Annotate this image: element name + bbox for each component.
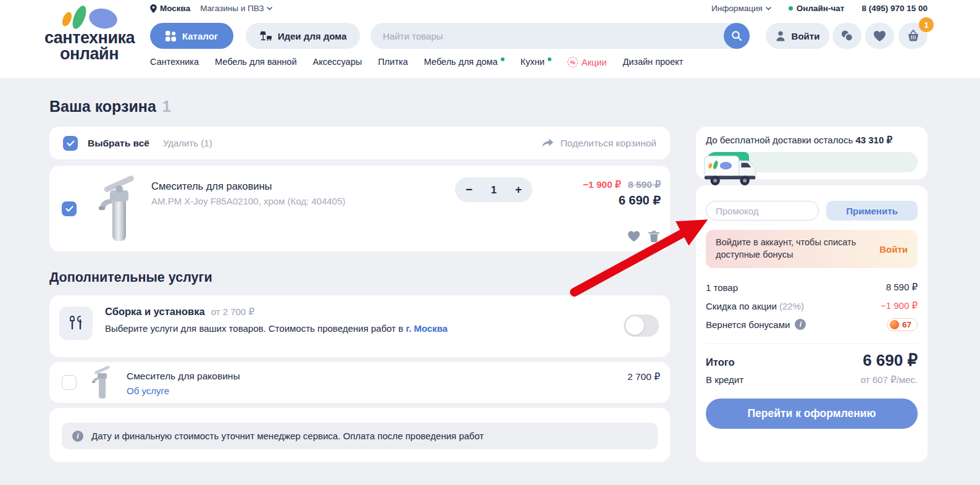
free-delivery-text: До бесплатной доставки осталось 43 310 ₽: [706, 135, 892, 146]
online-chat-link[interactable]: Онлайн-чат: [789, 4, 845, 13]
item-checkbox[interactable]: [62, 201, 77, 216]
service-item-title: Смеситель для раковины: [127, 371, 240, 382]
checkout-button[interactable]: Перейти к оформлению: [706, 399, 918, 429]
new-dot: [548, 57, 551, 61]
apply-promo-button[interactable]: Применить: [826, 201, 918, 221]
info-icon: i: [72, 431, 83, 442]
home-ideas-button[interactable]: Идеи для дома: [246, 23, 360, 49]
compare-button[interactable]: [832, 23, 861, 49]
nav-kuhni[interactable]: Кухни: [521, 57, 551, 67]
product-title[interactable]: Смеситель для раковины: [151, 180, 272, 192]
service-checkbox[interactable]: [62, 375, 77, 390]
search-button[interactable]: [724, 23, 750, 49]
nav-dizayn-proekt[interactable]: Дизайн проект: [622, 57, 683, 67]
basket-icon: [907, 30, 920, 42]
nav-mebel-doma[interactable]: Мебель для дома: [424, 57, 505, 67]
nav-santehnika[interactable]: Сантехника: [150, 57, 199, 67]
service-note-text: Дату и финальную стоимость уточнит менед…: [91, 431, 484, 441]
site-logo[interactable]: сантехника онлайн: [44, 4, 134, 62]
location-pin-icon: [150, 4, 157, 13]
qty-value: 1: [491, 184, 496, 196]
total-label: Итого: [706, 356, 735, 368]
select-all-bar: Выбрать всё Удалить (1) Поделиться корзи…: [49, 127, 670, 159]
services-title: Дополнительные услуги: [49, 270, 212, 285]
service-item-price: 2 700 ₽: [627, 371, 660, 382]
logo-text-line1: сантехника: [44, 30, 134, 46]
stores-label: Магазины и ПВЗ: [200, 4, 264, 13]
logo-shapes-icon: [44, 4, 134, 30]
information-menu[interactable]: Информация: [711, 4, 771, 13]
items-sum-value: 8 590 ₽: [886, 282, 918, 293]
search-bar: [371, 23, 750, 49]
summary-discount-row: Скидка по акции (22%) −1 900 ₽: [706, 297, 918, 315]
assembly-description: Выберите услуги для ваших товаров. Стоим…: [105, 323, 448, 334]
bonus-return-label: Вернется бонусами: [706, 319, 790, 330]
free-delivery-card: До бесплатной доставки осталось 43 310 ₽: [696, 127, 928, 179]
nav-akcii[interactable]: % Акции: [567, 57, 607, 67]
summary-bonus-row: Вернется бонусами i 67: [706, 315, 918, 334]
chevron-down-icon: [766, 7, 771, 11]
assembly-service-card: Сборка и установка от 2 700 ₽ Выберите у…: [49, 295, 670, 357]
favorite-item-icon[interactable]: [627, 230, 640, 243]
qty-plus-button[interactable]: +: [515, 183, 522, 196]
product-subtitle: AM.PM X-Joy F85A02100, хром (Код: 404405…: [151, 196, 345, 206]
share-icon: [542, 138, 554, 148]
delete-selected-link[interactable]: Удалить (1): [163, 138, 212, 148]
page-title: Ваша корзина1: [49, 98, 171, 116]
service-note-card: i Дату и финальную стоимость уточнит мен…: [49, 408, 670, 462]
summary-divider: [706, 344, 918, 344]
delivery-progress-bar: [706, 152, 918, 172]
logo-text-line2: онлайн: [44, 46, 134, 62]
site-header: сантехника онлайн Москва Магазины и ПВЗ …: [0, 0, 980, 78]
bonus-info-icon[interactable]: i: [795, 319, 806, 330]
login-button[interactable]: Войти: [766, 23, 829, 49]
catalog-button[interactable]: Каталог: [150, 23, 233, 49]
trash-icon[interactable]: [648, 230, 660, 243]
nav-plitka[interactable]: Плитка: [378, 57, 408, 67]
favorites-button[interactable]: [865, 23, 894, 49]
search-icon: [731, 30, 742, 41]
bonus-value: 67: [902, 320, 911, 329]
promo-code-input[interactable]: [706, 201, 819, 221]
credit-value: от 607 ₽/мес.: [861, 374, 918, 386]
catalog-button-label: Каталог: [182, 31, 218, 41]
quantity-stepper: − 1 +: [455, 177, 532, 202]
share-cart-label: Поделиться корзиной: [560, 138, 656, 149]
chevron-down-icon: [267, 7, 272, 11]
qty-minus-button[interactable]: −: [466, 183, 472, 196]
assembly-toggle[interactable]: [624, 314, 659, 337]
discount-value: −1 900 ₽: [881, 300, 918, 311]
percent-icon: %: [567, 57, 578, 67]
about-service-link[interactable]: Об услуге: [127, 386, 169, 396]
search-input[interactable]: [371, 23, 716, 49]
select-all-checkbox[interactable]: [63, 136, 78, 151]
summary-items-row: 1 товар 8 590 ₽: [706, 278, 918, 297]
compare-icon: [840, 30, 853, 42]
main-nav: Сантехника Мебель для ванной Аксессуары …: [150, 57, 683, 67]
bonus-login-banner: Войдите в аккаунт, чтобы списать доступн…: [706, 230, 918, 268]
nav-mebel-vannoy[interactable]: Мебель для ванной: [215, 57, 297, 67]
total-value: 6 690 ₽: [863, 351, 918, 370]
online-chat-label: Онлайн-чат: [797, 4, 845, 13]
select-all-label: Выбрать всё: [88, 138, 149, 149]
online-status-dot: [789, 6, 793, 11]
phone-number[interactable]: 8 (495) 970 15 00: [861, 4, 928, 13]
cart-count-badge: 1: [919, 17, 934, 32]
city-label: Москва: [160, 4, 190, 13]
bonus-login-link[interactable]: Войти: [879, 244, 908, 255]
user-icon: [776, 31, 785, 41]
product-image[interactable]: [88, 172, 149, 245]
assembly-city-link[interactable]: г. Москва: [406, 323, 448, 334]
city-selector[interactable]: Москва: [150, 4, 190, 13]
cart-items-count: 1: [162, 98, 171, 115]
discount-label: Скидка по акции: [706, 301, 779, 311]
delivery-truck-icon: [702, 150, 761, 190]
service-product-image: [85, 364, 119, 401]
share-cart-button[interactable]: Поделиться корзиной: [542, 138, 656, 149]
bonus-coin-icon: [890, 320, 899, 329]
information-label: Информация: [711, 4, 763, 13]
nav-aksessuary[interactable]: Аксессуары: [313, 57, 362, 67]
new-dot: [501, 57, 505, 61]
stores-link[interactable]: Магазины и ПВЗ: [200, 4, 272, 13]
cart-button[interactable]: 1: [898, 23, 928, 49]
